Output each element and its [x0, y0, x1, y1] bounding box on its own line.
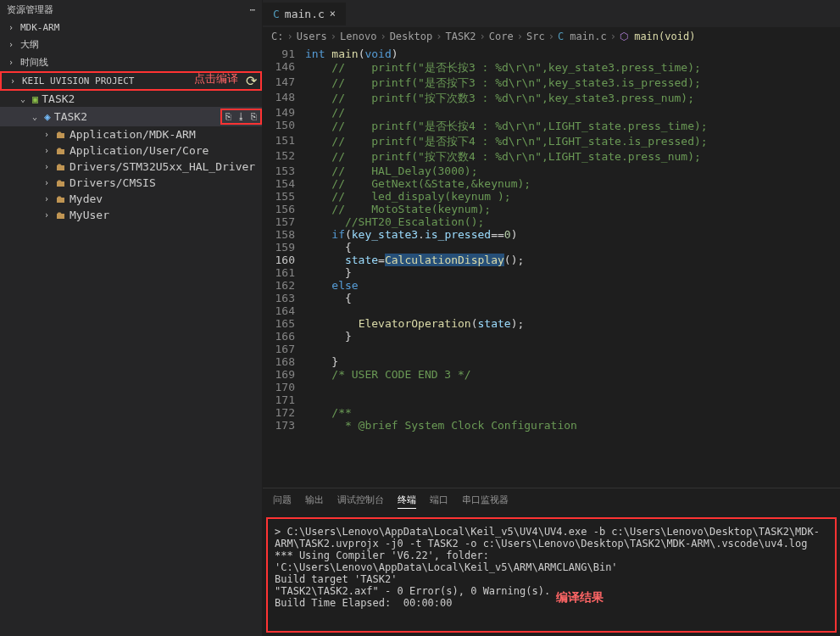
section-outline[interactable]: ›大纲 [0, 36, 262, 53]
folder-myuser[interactable]: ›🖿MyUser [0, 207, 262, 223]
panel-tab-4[interactable]: 端口 [430, 494, 448, 509]
tab-main-c[interactable]: C main.c × [263, 3, 347, 25]
section-timeline[interactable]: ›时间线 [0, 53, 262, 71]
panel-tab-5[interactable]: 串口监视器 [462, 494, 509, 509]
panel-tabs: 问题输出调试控制台终端端口串口监视器 [263, 488, 840, 514]
folder-drivers-cmsis[interactable]: ›🖿Drivers/CMSIS [0, 175, 262, 191]
build-icon[interactable]: ⎘ [225, 111, 231, 122]
click-compile-label: 点击编译 [194, 71, 238, 86]
panel-tab-0[interactable]: 问题 [273, 494, 292, 509]
project-root[interactable]: ⌄▣TASK2 [0, 91, 262, 107]
code-editor[interactable]: 91int main(void)146 // printf("是否长按3 : %… [263, 46, 840, 488]
breadcrumb[interactable]: C:›Users›Lenovo›Desktop›TASK2›Core›Src›C… [263, 27, 840, 46]
panel-tab-3[interactable]: 终端 [398, 494, 416, 509]
folder-application-mdk-arm[interactable]: ›🖿Application/MDK-ARM [0, 126, 262, 142]
panel-tab-1[interactable]: 输出 [305, 494, 324, 509]
close-icon[interactable]: × [330, 8, 336, 20]
bottom-panel: 问题输出调试控制台终端端口串口监视器 编译结果 > C:\Users\Lenov… [263, 488, 840, 636]
compile-result-label: 编译结果 [556, 590, 604, 605]
folder-mydev[interactable]: ›🖿Mydev [0, 191, 262, 207]
project-target[interactable]: ⌄◈TASK2 ⎘ ⭳ ⎘ [0, 107, 262, 126]
c-file-icon: C [273, 8, 280, 20]
main-area: C main.c × C:›Users›Lenovo›Desktop›TASK2… [263, 0, 840, 636]
explorer-title: 资源管理器 ⋯ [0, 0, 262, 20]
explorer-sidebar: 资源管理器 ⋯ ›MDK-ARM ›大纲 ›时间线 ›KEIL UVISION … [0, 0, 263, 636]
section-mdk-arm[interactable]: ›MDK-ARM [0, 20, 262, 36]
refresh-icon[interactable]: ⟳ [246, 73, 257, 89]
rebuild-icon[interactable]: ⎘ [251, 111, 257, 122]
project-tree: ⌄▣TASK2 ⌄◈TASK2 ⎘ ⭳ ⎘ ›🖿Application/MDK-… [0, 91, 262, 223]
build-actions: ⎘ ⭳ ⎘ [220, 109, 262, 125]
folder-application-user-core[interactable]: ›🖿Application/User/Core [0, 142, 262, 159]
editor-tabs: C main.c × [263, 0, 840, 27]
folder-drivers-stm32u5xx_hal_driver[interactable]: ›🖿Drivers/STM32U5xx_HAL_Driver [0, 159, 262, 175]
more-icon[interactable]: ⋯ [249, 4, 255, 15]
terminal-output[interactable]: 编译结果 > C:\Users\Lenovo\AppData\Local\Kei… [266, 517, 837, 633]
download-icon[interactable]: ⭳ [236, 111, 246, 122]
panel-tab-2[interactable]: 调试控制台 [337, 494, 384, 509]
